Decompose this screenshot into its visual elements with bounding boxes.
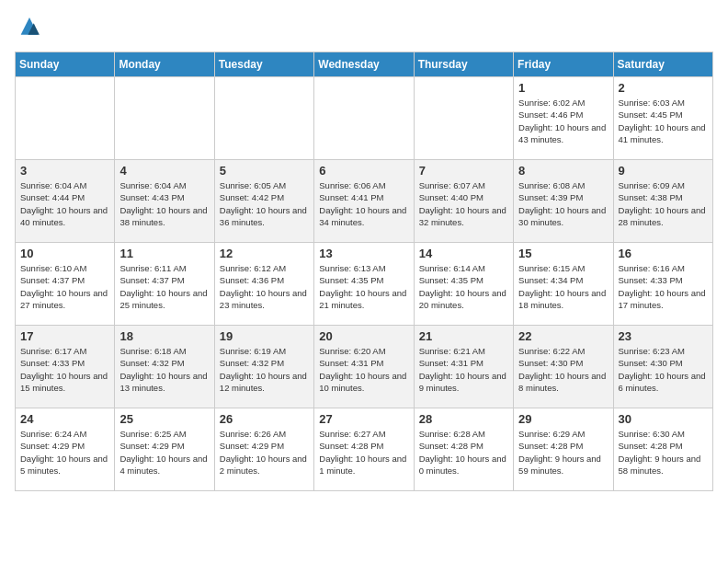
- day-info: Sunrise: 6:30 AM Sunset: 4:28 PM Dayligh…: [619, 428, 708, 477]
- calendar-cell: 18Sunrise: 6:18 AM Sunset: 4:32 PM Dayli…: [115, 326, 214, 408]
- day-number: 3: [20, 164, 109, 178]
- day-info: Sunrise: 6:04 AM Sunset: 4:44 PM Dayligh…: [20, 179, 109, 228]
- day-info: Sunrise: 6:06 AM Sunset: 4:41 PM Dayligh…: [319, 179, 408, 228]
- page-header: [15, 15, 713, 40]
- day-number: 23: [619, 329, 708, 343]
- day-number: 16: [619, 247, 708, 260]
- day-info: Sunrise: 6:29 AM Sunset: 4:28 PM Dayligh…: [518, 428, 608, 477]
- calendar-cell: 1Sunrise: 6:02 AM Sunset: 4:46 PM Daylig…: [514, 77, 613, 160]
- day-info: Sunrise: 6:17 AM Sunset: 4:33 PM Dayligh…: [20, 345, 109, 394]
- weekday-header-wednesday: Wednesday: [314, 52, 414, 77]
- day-info: Sunrise: 6:20 AM Sunset: 4:31 PM Dayligh…: [319, 345, 408, 394]
- day-info: Sunrise: 6:09 AM Sunset: 4:38 PM Dayligh…: [619, 179, 708, 228]
- day-info: Sunrise: 6:21 AM Sunset: 4:31 PM Dayligh…: [419, 345, 508, 394]
- calendar-cell: 21Sunrise: 6:21 AM Sunset: 4:31 PM Dayli…: [414, 326, 513, 408]
- day-info: Sunrise: 6:22 AM Sunset: 4:30 PM Dayligh…: [518, 345, 608, 394]
- day-info: Sunrise: 6:08 AM Sunset: 4:39 PM Dayligh…: [518, 179, 608, 228]
- weekday-header-row: SundayMondayTuesdayWednesdayThursdayFrid…: [16, 52, 713, 77]
- calendar-cell: 14Sunrise: 6:14 AM Sunset: 4:35 PM Dayli…: [414, 243, 513, 326]
- day-number: 4: [119, 164, 209, 178]
- day-number: 22: [518, 329, 608, 343]
- calendar-cell: [214, 77, 313, 160]
- calendar-cell: 27Sunrise: 6:27 AM Sunset: 4:28 PM Dayli…: [314, 408, 414, 491]
- day-number: 21: [419, 329, 508, 343]
- day-number: 6: [319, 164, 408, 178]
- day-info: Sunrise: 6:24 AM Sunset: 4:29 PM Dayligh…: [20, 428, 109, 477]
- day-number: 10: [20, 247, 109, 260]
- calendar-cell: 19Sunrise: 6:19 AM Sunset: 4:32 PM Dayli…: [214, 326, 313, 408]
- calendar-cell: 26Sunrise: 6:26 AM Sunset: 4:29 PM Dayli…: [214, 408, 313, 491]
- day-info: Sunrise: 6:23 AM Sunset: 4:30 PM Dayligh…: [619, 345, 708, 394]
- day-number: 12: [220, 247, 309, 260]
- calendar-cell: 30Sunrise: 6:30 AM Sunset: 4:28 PM Dayli…: [613, 408, 712, 491]
- day-info: Sunrise: 6:26 AM Sunset: 4:29 PM Dayligh…: [220, 428, 309, 477]
- day-number: 29: [518, 412, 608, 426]
- calendar-cell: 16Sunrise: 6:16 AM Sunset: 4:33 PM Dayli…: [613, 243, 712, 326]
- calendar-cell: 25Sunrise: 6:25 AM Sunset: 4:29 PM Dayli…: [115, 408, 214, 491]
- day-number: 17: [20, 329, 109, 343]
- calendar-cell: 4Sunrise: 6:04 AM Sunset: 4:43 PM Daylig…: [115, 160, 214, 243]
- day-info: Sunrise: 6:28 AM Sunset: 4:28 PM Dayligh…: [419, 428, 508, 477]
- day-info: Sunrise: 6:02 AM Sunset: 4:46 PM Dayligh…: [518, 97, 608, 145]
- day-number: 8: [518, 164, 608, 178]
- day-number: 13: [319, 247, 408, 260]
- calendar-cell: 9Sunrise: 6:09 AM Sunset: 4:38 PM Daylig…: [613, 160, 712, 243]
- weekday-header-friday: Friday: [514, 52, 613, 77]
- day-info: Sunrise: 6:15 AM Sunset: 4:34 PM Dayligh…: [518, 262, 608, 311]
- calendar-cell: 6Sunrise: 6:06 AM Sunset: 4:41 PM Daylig…: [314, 160, 414, 243]
- day-number: 18: [119, 329, 209, 343]
- day-info: Sunrise: 6:27 AM Sunset: 4:28 PM Dayligh…: [319, 428, 408, 477]
- day-number: 11: [119, 247, 209, 260]
- logo-icon: [15, 15, 44, 40]
- calendar-cell: 20Sunrise: 6:20 AM Sunset: 4:31 PM Dayli…: [314, 326, 414, 408]
- day-info: Sunrise: 6:07 AM Sunset: 4:40 PM Dayligh…: [419, 179, 508, 228]
- calendar-cell: 5Sunrise: 6:05 AM Sunset: 4:42 PM Daylig…: [214, 160, 313, 243]
- logo: [15, 15, 48, 40]
- day-number: 26: [220, 412, 309, 426]
- weekday-header-saturday: Saturday: [613, 52, 712, 77]
- week-row-3: 10Sunrise: 6:10 AM Sunset: 4:37 PM Dayli…: [16, 243, 713, 326]
- day-number: 9: [619, 164, 708, 178]
- calendar-cell: 29Sunrise: 6:29 AM Sunset: 4:28 PM Dayli…: [514, 408, 613, 491]
- calendar-cell: 8Sunrise: 6:08 AM Sunset: 4:39 PM Daylig…: [514, 160, 613, 243]
- day-info: Sunrise: 6:11 AM Sunset: 4:37 PM Dayligh…: [119, 262, 209, 311]
- day-info: Sunrise: 6:03 AM Sunset: 4:45 PM Dayligh…: [619, 97, 708, 145]
- calendar-table: SundayMondayTuesdayWednesdayThursdayFrid…: [15, 52, 713, 491]
- weekday-header-thursday: Thursday: [414, 52, 513, 77]
- weekday-header-sunday: Sunday: [16, 52, 115, 77]
- calendar-cell: 17Sunrise: 6:17 AM Sunset: 4:33 PM Dayli…: [16, 326, 115, 408]
- day-info: Sunrise: 6:16 AM Sunset: 4:33 PM Dayligh…: [619, 262, 708, 311]
- calendar-cell: [115, 77, 214, 160]
- calendar-cell: 2Sunrise: 6:03 AM Sunset: 4:45 PM Daylig…: [613, 77, 712, 160]
- calendar-cell: 22Sunrise: 6:22 AM Sunset: 4:30 PM Dayli…: [514, 326, 613, 408]
- calendar-cell: 28Sunrise: 6:28 AM Sunset: 4:28 PM Dayli…: [414, 408, 513, 491]
- day-info: Sunrise: 6:10 AM Sunset: 4:37 PM Dayligh…: [20, 262, 109, 311]
- day-number: 25: [119, 412, 209, 426]
- calendar-cell: [16, 77, 115, 160]
- day-info: Sunrise: 6:14 AM Sunset: 4:35 PM Dayligh…: [419, 262, 508, 311]
- weekday-header-monday: Monday: [115, 52, 214, 77]
- day-number: 5: [220, 164, 309, 178]
- calendar-cell: 15Sunrise: 6:15 AM Sunset: 4:34 PM Dayli…: [514, 243, 613, 326]
- week-row-1: 1Sunrise: 6:02 AM Sunset: 4:46 PM Daylig…: [16, 77, 713, 160]
- week-row-5: 24Sunrise: 6:24 AM Sunset: 4:29 PM Dayli…: [16, 408, 713, 491]
- calendar-cell: 24Sunrise: 6:24 AM Sunset: 4:29 PM Dayli…: [16, 408, 115, 491]
- week-row-4: 17Sunrise: 6:17 AM Sunset: 4:33 PM Dayli…: [16, 326, 713, 408]
- day-number: 20: [319, 329, 408, 343]
- day-number: 30: [619, 412, 708, 426]
- calendar-cell: 12Sunrise: 6:12 AM Sunset: 4:36 PM Dayli…: [214, 243, 313, 326]
- weekday-header-tuesday: Tuesday: [214, 52, 313, 77]
- calendar-cell: 11Sunrise: 6:11 AM Sunset: 4:37 PM Dayli…: [115, 243, 214, 326]
- calendar-cell: 10Sunrise: 6:10 AM Sunset: 4:37 PM Dayli…: [16, 243, 115, 326]
- day-number: 1: [518, 81, 608, 95]
- day-number: 14: [419, 247, 508, 260]
- day-number: 19: [220, 329, 309, 343]
- day-info: Sunrise: 6:25 AM Sunset: 4:29 PM Dayligh…: [119, 428, 209, 477]
- week-row-2: 3Sunrise: 6:04 AM Sunset: 4:44 PM Daylig…: [16, 160, 713, 243]
- day-info: Sunrise: 6:18 AM Sunset: 4:32 PM Dayligh…: [119, 345, 209, 394]
- day-number: 2: [619, 81, 708, 95]
- calendar-cell: 7Sunrise: 6:07 AM Sunset: 4:40 PM Daylig…: [414, 160, 513, 243]
- calendar-cell: 3Sunrise: 6:04 AM Sunset: 4:44 PM Daylig…: [16, 160, 115, 243]
- calendar-cell: 13Sunrise: 6:13 AM Sunset: 4:35 PM Dayli…: [314, 243, 414, 326]
- calendar-body: 1Sunrise: 6:02 AM Sunset: 4:46 PM Daylig…: [16, 77, 713, 491]
